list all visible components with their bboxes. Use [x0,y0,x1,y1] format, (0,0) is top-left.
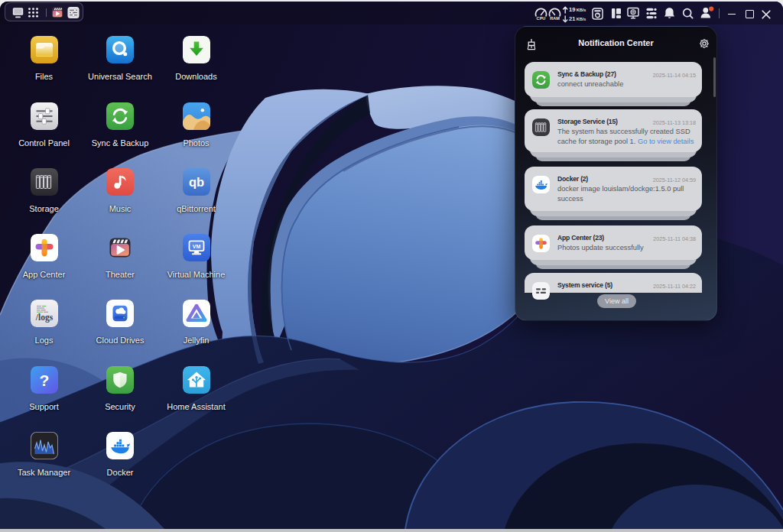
svg-text:qb: qb [188,175,203,189]
svg-text:CPU: CPU [537,16,546,21]
svg-text:VM: VM [192,244,200,249]
svg-text:RAM: RAM [550,16,560,21]
svg-text:/logs: /logs [34,313,53,323]
svg-text:?: ? [39,371,49,389]
